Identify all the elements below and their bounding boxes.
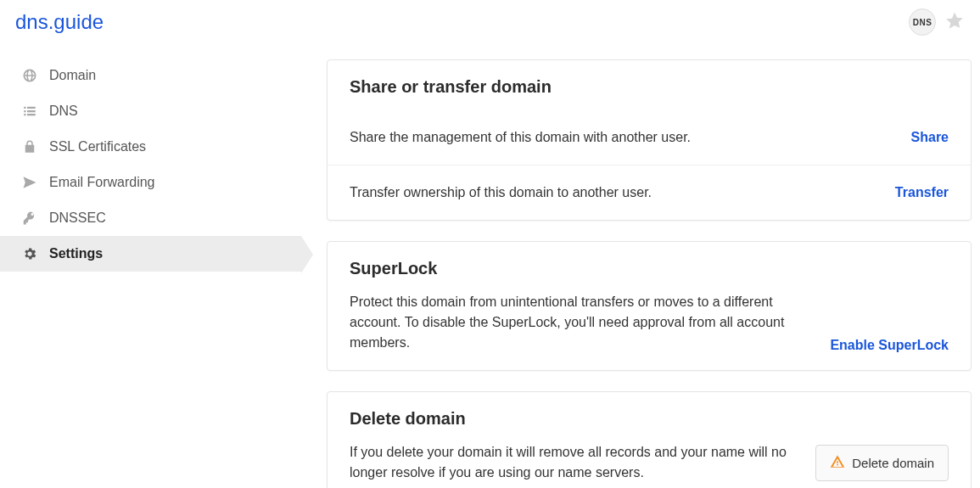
sidebar-item-label: Settings <box>49 246 103 261</box>
lock-icon <box>22 139 37 154</box>
delete-domain-title: Delete domain <box>350 409 949 429</box>
sidebar-item-dnssec[interactable]: DNSSEC <box>0 200 301 236</box>
sidebar: Domain DNS SSL Certificates Email Forwar… <box>0 42 301 488</box>
globe-icon <box>22 68 37 83</box>
sidebar-item-dns[interactable]: DNS <box>0 93 301 129</box>
sidebar-item-email-forwarding[interactable]: Email Forwarding <box>0 165 301 200</box>
superlock-card: SuperLock Protect this domain from unint… <box>327 241 972 371</box>
star-icon[interactable] <box>944 10 965 34</box>
sidebar-item-label: DNSSEC <box>49 210 106 226</box>
share-description: Share the management of this domain with… <box>350 127 691 148</box>
share-button[interactable]: Share <box>911 130 949 145</box>
share-transfer-title: Share or transfer domain <box>350 77 949 97</box>
superlock-description: Protect this domain from unintentional t… <box>350 292 809 353</box>
delete-domain-button[interactable]: Delete domain <box>815 445 949 481</box>
sidebar-item-domain[interactable]: Domain <box>0 58 301 93</box>
main-content: Share or transfer domain Share the manag… <box>301 42 980 488</box>
domain-name[interactable]: dns.guide <box>15 10 104 34</box>
superlock-title: SuperLock <box>350 259 949 278</box>
transfer-button[interactable]: Transfer <box>895 185 949 200</box>
key-icon <box>22 210 37 226</box>
delete-domain-description: If you delete your domain it will remove… <box>350 442 795 483</box>
sidebar-item-settings[interactable]: Settings <box>0 236 301 272</box>
paper-plane-icon <box>22 175 37 190</box>
sidebar-item-label: Email Forwarding <box>49 175 154 190</box>
header: dns.guide DNS <box>0 0 980 42</box>
enable-superlock-button[interactable]: Enable SuperLock <box>830 338 949 353</box>
dns-badge[interactable]: DNS <box>909 8 936 36</box>
warning-icon <box>830 454 845 472</box>
sidebar-item-label: SSL Certificates <box>49 139 146 154</box>
sidebar-item-ssl[interactable]: SSL Certificates <box>0 129 301 165</box>
delete-domain-button-label: Delete domain <box>852 456 934 470</box>
share-transfer-card: Share or transfer domain Share the manag… <box>327 59 972 221</box>
sidebar-item-label: DNS <box>49 104 78 119</box>
transfer-description: Transfer ownership of this domain to ano… <box>350 182 652 203</box>
header-actions: DNS <box>909 8 965 36</box>
delete-domain-card: Delete domain If you delete your domain … <box>327 391 972 488</box>
gear-icon <box>22 246 37 261</box>
sidebar-item-label: Domain <box>49 68 96 83</box>
list-icon <box>22 104 37 119</box>
